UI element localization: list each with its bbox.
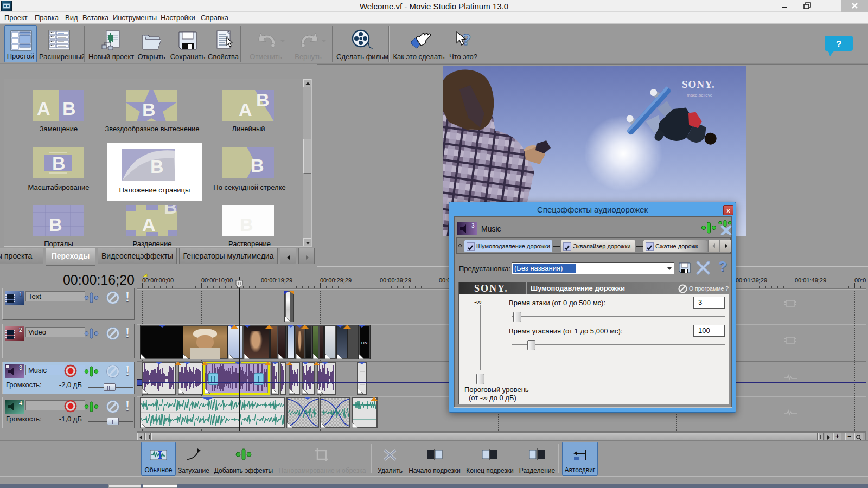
svg-text:B: B bbox=[52, 153, 66, 174]
svg-text:B: B bbox=[251, 155, 264, 176]
svg-text:make.believe: make.believe bbox=[687, 93, 713, 98]
svg-text:B: B bbox=[49, 214, 62, 235]
svg-text:B: B bbox=[164, 205, 177, 217]
svg-text:SONY.: SONY. bbox=[682, 79, 715, 90]
svg-text:B: B bbox=[150, 156, 164, 177]
svg-text:?: ? bbox=[836, 39, 841, 49]
svg-text:B: B bbox=[142, 99, 156, 120]
svg-text:3: 3 bbox=[471, 223, 475, 229]
svg-text:A: A bbox=[142, 214, 156, 235]
svg-text:B: B bbox=[240, 214, 253, 235]
svg-text:A: A bbox=[37, 98, 50, 119]
svg-text:A: A bbox=[239, 99, 252, 120]
svg-text:B: B bbox=[256, 90, 270, 110]
svg-text:B: B bbox=[62, 98, 76, 119]
